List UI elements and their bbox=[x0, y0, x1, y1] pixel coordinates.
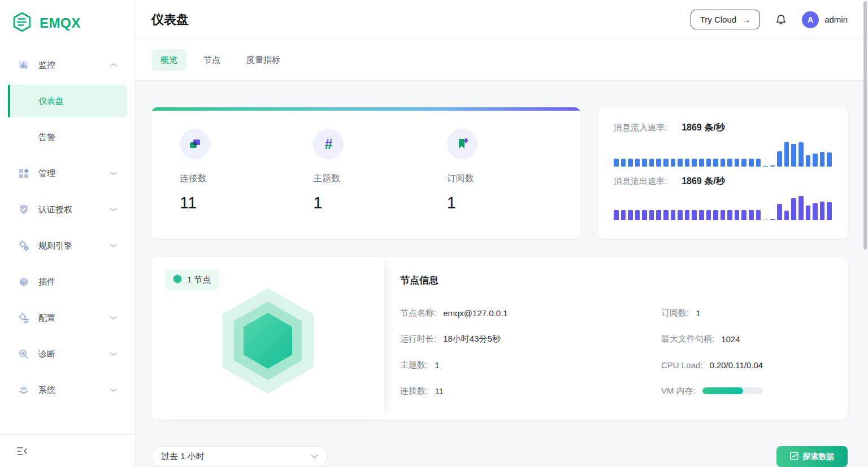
stat-label: 订阅数 bbox=[447, 173, 580, 185]
sidebar-item-monitoring[interactable]: 监控 bbox=[8, 49, 127, 81]
brand-name: EMQX bbox=[40, 15, 81, 31]
vm-memory-progress-bar bbox=[702, 387, 763, 394]
active-indicator bbox=[8, 85, 10, 117]
arrow-right-icon: → bbox=[742, 15, 750, 24]
field-value: emqx@127.0.0.1 bbox=[443, 308, 507, 318]
sidebar-item-auth[interactable]: 认证授权 bbox=[8, 193, 127, 226]
message-rates-card: 消息流入速率: 1869 条/秒 消息流出速率: 1869 条/秒 bbox=[598, 107, 848, 239]
vm-memory-progress-fill bbox=[702, 387, 743, 394]
sidebar-item-diagnose[interactable]: 诊断 bbox=[8, 338, 127, 370]
node-info-panel: 节点信息 节点名称: emqx@127.0.0.1 运行时长: 18小时43分5… bbox=[384, 257, 848, 420]
rule-engine-icon bbox=[18, 240, 29, 251]
field-value: 18小时43分5秒 bbox=[443, 334, 501, 344]
sidebar-item-dashboard[interactable]: 仪表盘 bbox=[8, 85, 127, 117]
sidebar-item-management[interactable]: 管理 bbox=[8, 157, 127, 190]
rate-in-value: 1869 条/秒 bbox=[682, 122, 724, 134]
stat-value: 1 bbox=[447, 194, 580, 212]
chevron-down-icon bbox=[110, 207, 117, 212]
node-card: 1 节点 节点信息 节点名称: emqx@127.0.0.1 运行时长: bbox=[151, 257, 848, 420]
sidebar-menu: 监控 仪表盘 告警 管理 bbox=[0, 37, 135, 407]
vertical-scrollbar-thumb[interactable] bbox=[863, 1, 867, 250]
chevron-down-icon bbox=[110, 388, 117, 392]
tab-nodes[interactable]: 节点 bbox=[194, 49, 229, 71]
avatar: A bbox=[802, 11, 819, 28]
field-value: 1 bbox=[435, 360, 439, 370]
stat-value: 1 bbox=[313, 194, 446, 212]
node-count-label: 1 节点 bbox=[187, 274, 211, 285]
field-value: 1 bbox=[696, 308, 700, 318]
main-content: 连接数 11 ## 主题数 1 订阅数 1 bbox=[136, 81, 868, 467]
field-label: 节点名称: bbox=[400, 308, 436, 318]
sidebar-item-label: 仪表盘 bbox=[38, 96, 117, 107]
chevron-down-icon bbox=[110, 171, 117, 176]
field-label: 主题数: bbox=[400, 360, 428, 370]
sidebar-item-system[interactable]: 系统 bbox=[8, 374, 127, 407]
try-cloud-button[interactable]: Try Cloud → bbox=[691, 10, 760, 29]
chevron-down-icon bbox=[110, 243, 117, 248]
chevron-up-icon bbox=[110, 63, 117, 67]
node-count-badge: 1 节点 bbox=[165, 269, 219, 290]
brand[interactable]: EMQX bbox=[0, 0, 135, 37]
system-icon bbox=[18, 385, 29, 396]
chevron-down-icon bbox=[110, 352, 117, 356]
field-connections: 连接数: 11 bbox=[400, 384, 661, 398]
field-subscriptions: 订阅数: 1 bbox=[661, 306, 848, 320]
time-range-select[interactable]: 过去 1 小时 bbox=[151, 446, 328, 467]
message-out-bar-chart bbox=[614, 194, 832, 220]
connections-icon bbox=[180, 129, 210, 159]
notification-bell-icon[interactable] bbox=[775, 14, 787, 26]
sidebar-item-label: 告警 bbox=[38, 132, 117, 143]
sidebar-item-configuration[interactable]: 配置 bbox=[8, 302, 127, 334]
sidebar-item-label: 系统 bbox=[38, 385, 110, 396]
sidebar-item-label: 插件 bbox=[38, 277, 117, 287]
collapse-sidebar-icon[interactable] bbox=[16, 446, 28, 456]
stat-connections: 连接数 11 bbox=[180, 129, 313, 212]
field-label: 最大文件句柄: bbox=[661, 334, 714, 344]
sidebar-item-label: 诊断 bbox=[38, 349, 110, 360]
stat-value: 11 bbox=[180, 194, 313, 212]
sidebar-item-plugins[interactable]: 插件 bbox=[8, 265, 127, 298]
field-label: 订阅数: bbox=[661, 308, 689, 318]
chevron-down-icon bbox=[311, 454, 318, 459]
sidebar-item-alarms[interactable]: 告警 bbox=[8, 121, 127, 154]
sidebar-item-label: 规则引擎 bbox=[38, 241, 110, 251]
hexagon-node-icon bbox=[173, 274, 182, 286]
field-vm-memory: VM 内存: bbox=[661, 384, 848, 398]
rate-in-label: 消息流入速率: bbox=[614, 123, 667, 133]
stats-card: 连接数 11 ## 主题数 1 订阅数 1 bbox=[151, 107, 580, 239]
username: admin bbox=[824, 15, 848, 24]
subscriptions-icon bbox=[447, 129, 478, 159]
explore-data-button[interactable]: 探索数据 bbox=[776, 446, 848, 467]
tab-overview[interactable]: 概览 bbox=[151, 49, 186, 71]
node-visual-panel: 1 节点 bbox=[151, 257, 384, 420]
chevron-down-icon bbox=[110, 316, 117, 320]
sidebar: EMQX 监控 仪表盘 告警 bbox=[0, 0, 136, 467]
tab-metrics[interactable]: 度量指标 bbox=[237, 49, 289, 71]
rate-out-label: 消息流出速率: bbox=[614, 176, 667, 187]
field-label: 连接数: bbox=[400, 386, 428, 396]
stat-label: 主题数 bbox=[313, 173, 446, 185]
config-icon bbox=[18, 312, 29, 324]
sidebar-item-label: 配置 bbox=[38, 313, 110, 324]
header: 仪表盘 Try Cloud → A admin bbox=[136, 0, 868, 40]
chart-icon bbox=[790, 452, 798, 462]
stat-topics: ## 主题数 1 bbox=[313, 129, 446, 212]
management-icon bbox=[18, 168, 29, 179]
sidebar-item-label: 管理 bbox=[38, 168, 110, 179]
try-cloud-label: Try Cloud bbox=[700, 15, 736, 24]
field-cpu-load: CPU Load: 0.20/0.11/0.04 bbox=[661, 358, 848, 372]
field-value: 0.20/0.11/0.04 bbox=[709, 360, 763, 370]
monitor-icon bbox=[18, 59, 29, 71]
diagnose-icon bbox=[18, 348, 29, 360]
user-menu[interactable]: A admin bbox=[802, 11, 848, 28]
sidebar-item-label: 认证授权 bbox=[38, 204, 110, 215]
emqx-dashboard: EMQX 监控 仪表盘 告警 bbox=[0, 0, 868, 467]
explore-data-label: 探索数据 bbox=[803, 452, 835, 462]
field-label: 运行时长: bbox=[400, 334, 436, 344]
field-value: 1024 bbox=[721, 334, 740, 344]
field-uptime: 运行时长: 18小时43分5秒 bbox=[400, 332, 661, 346]
emqx-logo-icon bbox=[11, 11, 33, 35]
field-label: CPU Load: bbox=[661, 360, 702, 370]
sidebar-item-rule-engine[interactable]: 规则引擎 bbox=[8, 229, 127, 262]
stat-label: 连接数 bbox=[180, 173, 313, 185]
